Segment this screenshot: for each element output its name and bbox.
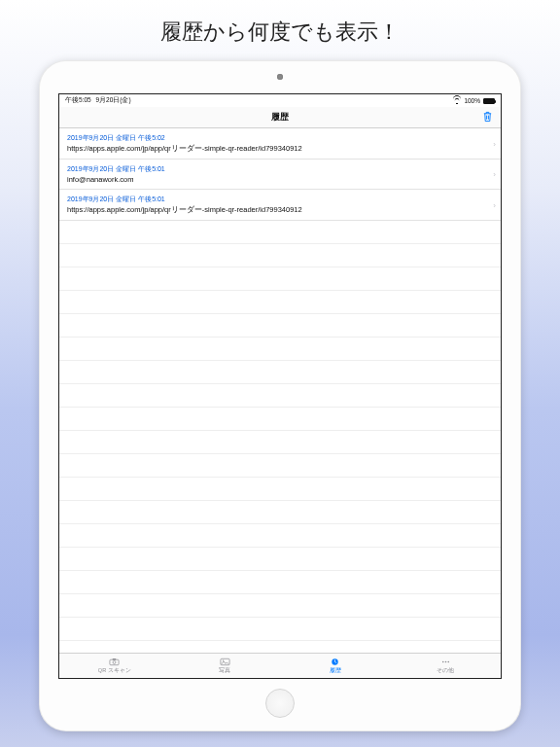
list-separator xyxy=(59,548,501,571)
nav-bar: 履歴 xyxy=(59,107,501,128)
history-date: 2019年9月20日 金曜日 午後5:02 xyxy=(67,133,487,143)
tab-label: その他 xyxy=(437,667,454,674)
list-separator xyxy=(59,361,501,384)
svg-rect-2 xyxy=(113,658,117,659)
tab-other[interactable]: その他 xyxy=(391,654,502,678)
history-date: 2019年9月20日 金曜日 午後5:01 xyxy=(67,195,487,204)
chevron-right-icon: › xyxy=(493,170,496,179)
svg-rect-0 xyxy=(110,659,119,665)
list-separator xyxy=(59,571,501,594)
list-separator xyxy=(59,618,501,641)
status-time: 午後5:05 xyxy=(65,96,91,103)
tab-label: 写真 xyxy=(219,667,230,674)
svg-point-1 xyxy=(113,660,116,663)
tab-label: 履歴 xyxy=(330,667,341,674)
clock-icon xyxy=(330,658,340,666)
list-separator xyxy=(59,384,501,408)
list-separator xyxy=(59,244,501,267)
screen: 午後5:05 9月20日(金) 100% 履歴 2019年9月20日 金曜日 午… xyxy=(58,93,502,679)
list-separator xyxy=(59,291,501,314)
marketing-headline: 履歴から何度でも表示！ xyxy=(0,0,560,47)
status-bar: 午後5:05 9月20日(金) 100% xyxy=(59,94,501,107)
tab-photo[interactable]: 写真 xyxy=(170,654,281,678)
tab-bar: QR スキャン 写真 履歴 xyxy=(59,653,501,678)
device-frame: 午後5:05 9月20日(金) 100% 履歴 2019年9月20日 金曜日 午… xyxy=(39,60,521,731)
tab-label: QR スキャン xyxy=(98,667,131,674)
chevron-right-icon: › xyxy=(493,139,496,148)
device-home-button[interactable] xyxy=(265,689,295,718)
camera-icon xyxy=(109,658,120,666)
history-content: https://apps.apple.com/jp/app/qrリーダー-sim… xyxy=(67,144,487,154)
history-row[interactable]: 2019年9月20日 金曜日 午後5:01 https://apps.apple… xyxy=(59,190,501,221)
trash-icon xyxy=(482,110,493,124)
list-separator xyxy=(59,267,501,291)
history-date: 2019年9月20日 金曜日 午後5:01 xyxy=(67,164,487,174)
list-separator xyxy=(59,408,501,431)
tab-qr-scan[interactable]: QR スキャン xyxy=(59,654,170,678)
list-separator xyxy=(59,221,501,244)
battery-text: 100% xyxy=(464,97,480,104)
svg-point-4 xyxy=(223,659,224,660)
battery-icon xyxy=(483,98,495,104)
svg-point-8 xyxy=(447,661,449,663)
page-title: 履歴 xyxy=(271,111,289,124)
list-separator xyxy=(59,314,501,338)
svg-point-6 xyxy=(442,661,444,663)
list-separator xyxy=(59,524,501,548)
chevron-right-icon: › xyxy=(493,200,496,209)
device-camera xyxy=(277,74,283,80)
status-left: 午後5:05 9月20日(金) xyxy=(65,96,134,105)
status-date: 9月20日(金) xyxy=(95,96,130,103)
status-right: 100% xyxy=(453,97,495,104)
tab-history[interactable]: 履歴 xyxy=(280,654,391,678)
history-row[interactable]: 2019年9月20日 金曜日 午後5:01 info@nanawork.com … xyxy=(59,160,501,190)
list-separator xyxy=(59,478,501,501)
list-separator xyxy=(59,641,501,653)
list-separator xyxy=(59,594,501,618)
history-list[interactable]: 2019年9月20日 金曜日 午後5:02 https://apps.apple… xyxy=(59,128,501,653)
list-separator xyxy=(59,431,501,454)
history-content: https://apps.apple.com/jp/app/qrリーダー-sim… xyxy=(67,205,487,215)
delete-all-button[interactable] xyxy=(482,110,493,127)
svg-point-7 xyxy=(444,661,446,663)
photo-icon xyxy=(220,658,230,666)
wifi-icon xyxy=(453,98,461,104)
list-separator xyxy=(59,454,501,478)
list-separator xyxy=(59,338,501,361)
more-icon xyxy=(440,658,451,666)
history-content: info@nanawork.com xyxy=(67,175,487,184)
list-separator xyxy=(59,501,501,524)
history-row[interactable]: 2019年9月20日 金曜日 午後5:02 https://apps.apple… xyxy=(59,128,501,160)
